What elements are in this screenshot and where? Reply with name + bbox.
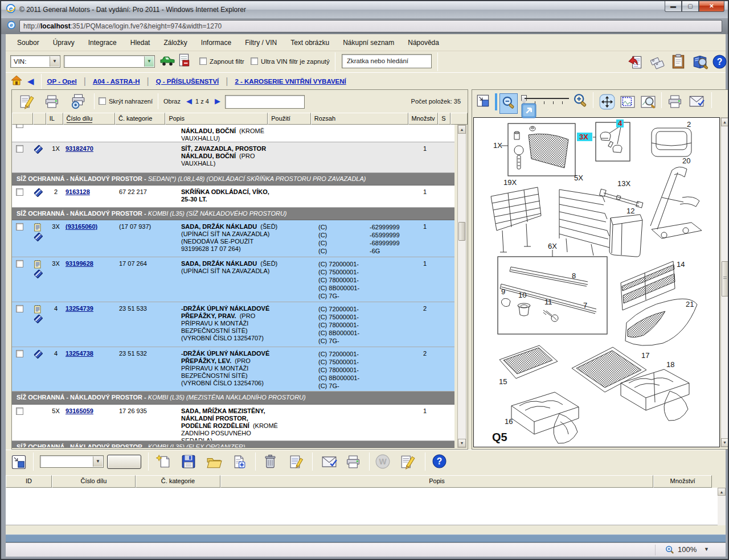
- vin-dropdown-icon[interactable]: ▼: [144, 56, 154, 67]
- part-number-link[interactable]: 93165059: [65, 407, 117, 415]
- next-image-icon[interactable]: ▶: [215, 97, 220, 105]
- list-table-body[interactable]: [6, 488, 718, 525]
- row-checkbox[interactable]: [16, 407, 23, 415]
- new-document-icon[interactable]: [156, 454, 171, 472]
- home-icon[interactable]: [10, 75, 23, 88]
- callout-3x[interactable]: 3X: [579, 133, 588, 141]
- part-row[interactable]: 3X(93165060)(17 07 937)SADA, DRŽÁK NÁKLA…: [12, 220, 454, 257]
- enable-filter-checkbox[interactable]: [199, 57, 207, 65]
- part-number-link[interactable]: (93165060): [65, 223, 117, 230]
- menu-item-3[interactable]: Integrace: [81, 36, 124, 49]
- part-number-link[interactable]: 93199628: [65, 260, 117, 267]
- edit-list-icon[interactable]: [288, 454, 304, 472]
- zoom-region-button[interactable]: [640, 94, 657, 112]
- dock-panel-icon[interactable]: [10, 454, 27, 473]
- row-checkbox[interactable]: [16, 305, 23, 312]
- expand-view-badge[interactable]: [521, 103, 536, 121]
- callout-11[interactable]: 11: [544, 298, 552, 306]
- part-row[interactable]: 41325473923 51 533-DRŽÁK ÚPLNÝ NÁKLADOVÉ…: [12, 302, 454, 347]
- callout-18[interactable]: 18: [666, 360, 674, 369]
- send-button[interactable]: [107, 455, 141, 469]
- menu-item-6[interactable]: Informace: [194, 36, 238, 49]
- callout-20[interactable]: 20: [682, 157, 690, 165]
- zoom-slider[interactable]: [525, 98, 569, 99]
- row-checkbox[interactable]: [16, 223, 23, 230]
- callout-13x[interactable]: 13X: [617, 179, 630, 188]
- chevron-down-icon[interactable]: ▼: [93, 456, 103, 467]
- row-checkbox[interactable]: [16, 125, 23, 128]
- menu-item-1[interactable]: Soubor: [10, 36, 46, 49]
- open-folder-icon[interactable]: [206, 455, 222, 471]
- scrollbar-thumb[interactable]: [458, 222, 465, 241]
- delete-icon[interactable]: [263, 454, 277, 472]
- scroll-down-icon[interactable]: ▼: [721, 438, 728, 447]
- hide-replacement-checkbox[interactable]: [99, 97, 106, 105]
- column-header-blank1[interactable]: [33, 113, 46, 125]
- parts-diagram[interactable]: 1X 3X 4 2 20 19X 5X 13X 12 6X 8 9 10 11: [473, 117, 720, 447]
- callout-12[interactable]: 12: [626, 207, 634, 215]
- list-column-header-1[interactable]: ID: [6, 475, 52, 488]
- vin-type-dropdown[interactable]: VIN: ▼: [10, 55, 60, 68]
- vin-input[interactable]: ▼: [64, 55, 155, 68]
- list-column-header-2[interactable]: Číslo dílu: [52, 475, 136, 488]
- part-row[interactable]: 2916312867 22 217SKŘÍŇKA ODKLÁDACÍ, VÍKO…: [12, 186, 454, 208]
- url-input[interactable]: http://localhost:351/PQMace/login.fve?&h…: [19, 20, 722, 32]
- print-diagram-button[interactable]: [667, 94, 683, 111]
- vin-card-icon[interactable]: [178, 53, 190, 70]
- column-header-Použití[interactable]: Použití: [268, 113, 311, 125]
- catalog-search-icon[interactable]: [691, 54, 708, 72]
- zoom-in-button[interactable]: [572, 92, 588, 110]
- part-number-link[interactable]: 13254739: [65, 305, 117, 312]
- callout-4[interactable]: 4: [618, 119, 622, 127]
- menu-item-9[interactable]: Nákupní seznam: [336, 36, 401, 49]
- breadcrumb-link-1[interactable]: OP - Opel: [47, 78, 77, 85]
- price-tags-icon[interactable]: [649, 55, 665, 72]
- shortcut-search-input[interactable]: Zkratka nebo hledání: [342, 54, 432, 68]
- list-select-dropdown[interactable]: ▼: [40, 455, 104, 468]
- row-checkbox[interactable]: [16, 145, 23, 153]
- fit-view-icon[interactable]: [476, 93, 492, 112]
- chevron-down-icon[interactable]: ▼: [50, 56, 59, 67]
- zoom-level[interactable]: 100%: [678, 545, 697, 554]
- callout-14[interactable]: 14: [677, 260, 685, 269]
- column-header-Číslo dílu[interactable]: Číslo dílu: [63, 113, 115, 125]
- row-checkbox[interactable]: [16, 350, 23, 357]
- callout-8[interactable]: 8: [572, 271, 576, 280]
- part-number-link[interactable]: 9163128: [65, 188, 117, 196]
- menu-item-4[interactable]: Hledat: [124, 36, 157, 49]
- scroll-up-icon[interactable]: ▲: [721, 118, 728, 126]
- maximize-button[interactable]: ▢: [682, 1, 699, 12]
- save-icon[interactable]: [181, 454, 196, 471]
- menu-item-5[interactable]: Záložky: [157, 36, 194, 49]
- column-header-Rozsah[interactable]: Rozsah: [311, 113, 408, 125]
- email-diagram-button[interactable]: [689, 94, 705, 110]
- scrollbar-thumb[interactable]: [722, 261, 728, 297]
- callout-5x[interactable]: 5X: [574, 174, 583, 182]
- back-icon[interactable]: ◀: [27, 76, 34, 87]
- menu-item-8[interactable]: Text obrázku: [284, 36, 336, 49]
- list-scrollbar[interactable]: ▲: [718, 488, 726, 525]
- callout-1x[interactable]: 1X: [493, 141, 502, 150]
- callout-21[interactable]: 21: [686, 300, 694, 308]
- breadcrumb-link-4[interactable]: 2 - KAROSERIE VNITŘNÍ VYBAVENÍ: [235, 78, 346, 85]
- column-header-Č. kategorie[interactable]: Č. kategorie: [115, 113, 165, 125]
- previous-image-icon[interactable]: ◀: [186, 97, 192, 105]
- notes-icon[interactable]: [400, 454, 416, 472]
- scroll-up-icon[interactable]: ▲: [718, 488, 726, 496]
- edit-note-icon[interactable]: [19, 93, 35, 112]
- list-column-header-4[interactable]: Popis: [220, 475, 653, 488]
- menu-item-10[interactable]: Nápověda: [401, 36, 446, 49]
- row-checkbox[interactable]: [16, 188, 23, 196]
- help-button[interactable]: ?: [712, 54, 727, 72]
- scroll-down-icon[interactable]: ▼: [458, 439, 466, 447]
- return-document-icon[interactable]: [628, 54, 644, 72]
- callout-16[interactable]: 16: [505, 417, 513, 426]
- callout-15[interactable]: 15: [499, 377, 507, 386]
- callout-7[interactable]: 7: [583, 301, 587, 310]
- print-preview-icon[interactable]: [70, 93, 86, 112]
- vehicle-select-icon[interactable]: [159, 54, 175, 70]
- callout-19x[interactable]: 19X: [503, 178, 517, 187]
- column-header-blank0[interactable]: [12, 113, 33, 125]
- callout-9[interactable]: 9: [501, 287, 505, 296]
- part-row[interactable]: 1X93182470SÍŤ, ZAVAZADLA, PROSTOR NÁKLAD…: [12, 142, 454, 173]
